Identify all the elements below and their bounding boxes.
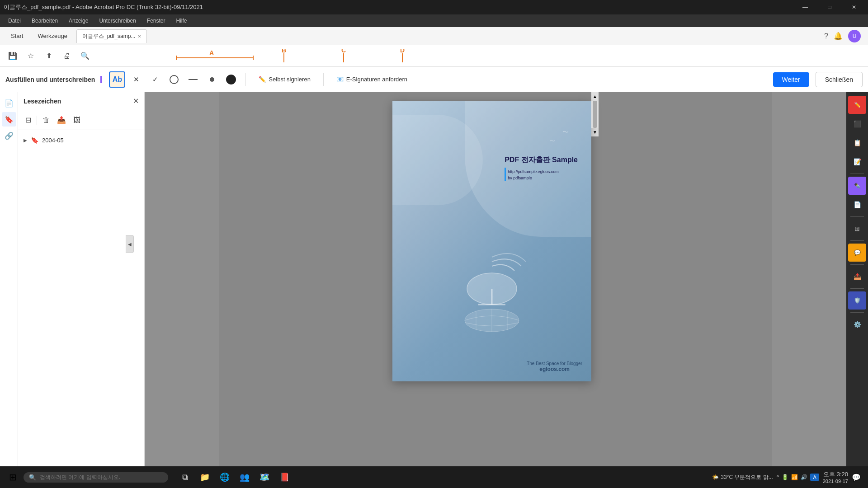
tab-close-button[interactable]: × [138,33,141,39]
dash-tool-button[interactable] [185,71,201,88]
search-bar[interactable]: 🔍 [24,472,168,483]
time-display: 오후 3:20 [823,470,848,479]
search-input[interactable] [40,474,130,480]
wifi-icon: 📶 [791,474,798,480]
weiter-button[interactable]: Weiter [773,72,809,87]
clock[interactable]: 오후 3:20 2021-09-17 [823,470,848,484]
fill-sign-side-button[interactable]: 📝 [848,153,866,171]
check-tool-button[interactable]: ✓ [147,71,163,88]
bookmark-label: 2004-05 [42,137,64,144]
print-button[interactable]: 🖨 [60,49,74,63]
start-button[interactable]: ⊞ [4,468,22,486]
pdf-margin-left [145,92,219,488]
save-button[interactable]: 💾 [5,49,20,63]
menu-hilfe[interactable]: Hilfe [172,16,192,26]
tab-file[interactable]: 이글루스_pdf_samp... × [76,29,147,43]
image-bookmark-button[interactable]: 🖼 [71,114,82,126]
form-button[interactable]: 📋 [848,134,866,152]
tab-start[interactable]: Start [4,29,30,43]
text-tool-button[interactable]: Ab [109,71,125,88]
system-tray-expand[interactable]: ^ [777,474,779,480]
right-sidebar-separator [850,174,864,174]
volume-icon: 🔊 [801,474,807,480]
pdf-background: PDF 전자출판 Sample http://pdfsample.egloos.… [392,101,591,381]
pdf-page: PDF 전자출판 Sample http://pdfsample.egloos.… [392,101,591,381]
bookmark-button[interactable]: ☆ [24,49,38,63]
pdf-viewer[interactable]: PDF 전자출판 Sample http://pdfsample.egloos.… [145,92,846,488]
export-button[interactable]: 📤 [848,267,866,286]
comment-button[interactable]: 💬 [848,244,866,262]
tab-bar: Start Werkzeuge 이글루스_pdf_samp... × ? 🔔 U [0,27,868,45]
upload-button[interactable]: ⬆ [42,49,56,63]
fill-sign-tools: Ab ✕ ✓ ✏️ Selbst signieren 📧 E-Signature… [109,71,863,88]
dot-lg-tool-button[interactable] [223,71,239,88]
circle-tool-button[interactable] [166,71,182,88]
self-sign-button[interactable]: ✏️ Selbst signieren [252,73,317,85]
maximize-button[interactable]: □ [819,0,840,14]
scroll-thumb[interactable] [593,101,597,128]
bookmark-panel-icon[interactable]: 🔖 [2,112,16,127]
help-icon[interactable]: ? [824,32,828,40]
minimize-button[interactable]: — [795,0,816,14]
wave-decoration-2 [392,115,483,205]
schliessen-button[interactable]: Schließen [816,72,863,87]
satellite-svg [447,239,537,338]
doc-action-button[interactable]: 📄 [848,196,866,214]
close-button[interactable]: ✕ [844,0,864,14]
grid-button[interactable]: ⊞ [848,220,866,238]
edit-pdf-button[interactable]: ✏️ [848,96,866,114]
sidebar-tools: ⊟ 🗑 📤 🖼 [18,110,144,130]
tab-werkzeuge[interactable]: Werkzeuge [30,29,75,43]
maps-button[interactable]: 🗺️ [255,468,274,486]
settings-button[interactable]: ⚙️ [848,315,866,333]
scroll-track[interactable] [591,101,599,128]
request-signature-button[interactable]: 📧 E-Signaturen anfordern [330,73,414,85]
dot-sm-tool-button[interactable] [204,71,220,88]
scroll-down-button[interactable]: ▼ [591,128,599,136]
menu-anzeige[interactable]: Anzeige [64,16,93,26]
window-title: 이글루스_pdf_sample.pdf - Adobe Acrobat Pro … [4,3,203,11]
shield-button[interactable]: 🛡️ [848,291,866,310]
task-view-button[interactable]: ⧉ [176,468,194,486]
new-bookmark-button[interactable]: ⊟ [24,114,33,126]
teams-button[interactable]: 👥 [236,468,254,486]
user-avatar[interactable]: U [848,30,861,42]
acrobat-taskbar-button[interactable]: 📕 [275,468,293,486]
scan-button[interactable]: ⬛ [848,115,866,133]
right-sidebar-separator6 [850,312,864,313]
pdf-margin-right [772,92,846,488]
pen-purple-button[interactable]: ✒️ [848,177,866,195]
notification-button[interactable]: 💬 [852,473,861,482]
tab-file-label: 이글루스_pdf_samp... [82,33,135,40]
menu-datei[interactable]: Datei [4,16,25,26]
weather-text: 33°C 부분적으로 맑... [721,474,773,481]
delete-bookmark-button[interactable]: 🗑 [41,114,52,126]
search-button[interactable]: 🔍 [78,49,92,63]
sidebar-right: ✏️ ⬛ 📋 📝 ✒️ 📄 ⊞ 💬 📤 🛡️ ⚙️ [846,92,868,488]
collapse-panel-button[interactable]: ◀ [126,235,134,253]
scrollbar[interactable]: ▲ ▼ [591,92,599,136]
weather-widget[interactable]: 🌤️ 33°C 부분적으로 맑... [712,474,773,481]
link-panel-icon[interactable]: 🔗 [2,128,16,143]
input-lang-icon[interactable]: A [810,474,819,481]
menu-fenster[interactable]: Fenster [142,16,170,26]
bookmark-item[interactable]: ▶ 🔖 2004-05 [18,134,144,146]
menu-unterschreiben[interactable]: Unterschreiben [94,16,140,26]
chrome-button[interactable]: 🌐 [216,468,234,486]
pdf-title: PDF 전자출판 Sample [505,155,578,165]
pdf-by: by pdfsample [508,176,559,180]
cross-tool-button[interactable]: ✕ [128,71,144,88]
page-panel-icon[interactable]: 📄 [2,96,16,110]
sidebar-close-button[interactable]: ✕ [133,97,139,105]
menu-bearbeiten[interactable]: Bearbeiten [27,16,62,26]
explorer-button[interactable]: 📁 [196,468,214,486]
bell-icon[interactable]: 🔔 [834,32,843,40]
sidebar-header: Lesezeichen ✕ [18,92,144,110]
self-sign-label: Selbst signieren [269,76,311,83]
main-content: 📄 🔖 🔗 Lesezeichen ✕ ⊟ 🗑 📤 🖼 ▶ 🔖 2004-05 … [0,92,868,488]
scroll-up-button[interactable]: ▲ [591,92,599,101]
pen-icon: ✏️ [259,76,266,83]
bird-decoration-1: 〜 [562,128,569,136]
expand-bookmark-button[interactable]: 📤 [55,114,68,126]
bookmark-list: ▶ 🔖 2004-05 [18,130,144,150]
